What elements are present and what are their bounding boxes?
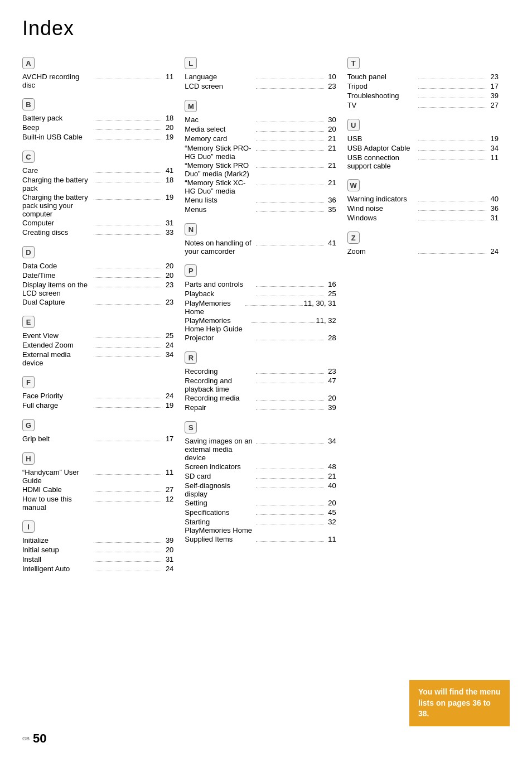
entry-text: Install xyxy=(22,555,93,563)
section-header-a: A xyxy=(22,57,35,69)
index-entry: Dual Capture23 xyxy=(22,298,173,307)
index-entry: Creating discs33 xyxy=(22,228,173,237)
column-0: AAVCHD recording disc11BBattery pack18Be… xyxy=(22,57,185,582)
index-entry: Initial setup20 xyxy=(22,546,173,555)
entry-dots xyxy=(256,150,324,151)
entry-dots xyxy=(418,210,486,211)
entry-dots xyxy=(94,234,162,235)
index-entry: SD card21 xyxy=(185,472,336,481)
entry-dots xyxy=(418,220,486,220)
section-header-m: M xyxy=(185,100,197,112)
entry-text: Dual Capture xyxy=(22,298,93,306)
entry-text: Face Priority xyxy=(22,392,93,400)
section-header-h: H xyxy=(22,452,35,465)
entry-page: 47 xyxy=(325,377,336,385)
section-w: WWarning indicators40Wind noise36Windows… xyxy=(347,179,499,223)
index-entry: Battery pack18 xyxy=(22,114,173,123)
entry-text: PlayMemories Home xyxy=(185,299,244,316)
entry-dots xyxy=(94,347,162,348)
entry-text: Charging the battery pack xyxy=(22,176,93,192)
entry-dots xyxy=(418,88,486,89)
index-entry: LCD screen23 xyxy=(185,82,336,91)
entry-page: 18 xyxy=(162,114,173,122)
entry-page: 24 xyxy=(487,247,499,255)
section-g: GGrip belt17 xyxy=(22,419,173,443)
entry-dots xyxy=(256,141,324,141)
entry-dots xyxy=(94,571,162,571)
entry-dots xyxy=(94,337,162,338)
entry-page: 34 xyxy=(162,350,173,359)
index-entry: “Memory Stick PRO Duo” media (Mark2)21 xyxy=(185,161,336,178)
index-entry: Event View25 xyxy=(22,331,173,340)
entry-page: 20 xyxy=(325,499,336,507)
entry-dots xyxy=(418,150,486,151)
entry-dots xyxy=(94,491,162,492)
entry-page: 39 xyxy=(325,403,336,412)
entry-page: 21 xyxy=(325,144,336,152)
index-entry: Recording media20 xyxy=(185,394,336,403)
index-entry: Zoom24 xyxy=(347,247,499,256)
entry-text: Care xyxy=(22,166,93,175)
entry-text: Tripod xyxy=(347,82,418,90)
entry-dots xyxy=(256,286,324,287)
index-entry: Charging the battery pack18 xyxy=(22,176,173,192)
section-header-i: I xyxy=(22,520,35,533)
index-entry: Screen indicators48 xyxy=(185,462,336,471)
entry-text: SD card xyxy=(185,472,255,480)
entry-text: Beep xyxy=(22,123,93,132)
entry-dots xyxy=(94,287,162,287)
entry-text: USB Adaptor Cable xyxy=(347,144,418,152)
index-entry: Charging the battery pack using your com… xyxy=(22,193,173,218)
index-entry: Windows31 xyxy=(347,214,499,223)
section-a: AAVCHD recording disc11 xyxy=(22,57,173,89)
entry-text: Starting PlayMemories Home xyxy=(185,518,255,534)
entry-text: Memory card xyxy=(185,134,255,143)
entry-dots xyxy=(256,383,324,383)
entry-page: 23 xyxy=(162,298,173,306)
entry-text: Extended Zoom xyxy=(22,341,93,349)
entry-dots xyxy=(256,296,324,296)
index-entry: External media device34 xyxy=(22,350,173,367)
entry-page: 20 xyxy=(162,262,173,270)
section-c: CCare41Charging the battery pack18Chargi… xyxy=(22,151,173,237)
index-entry: Troubleshooting39 xyxy=(347,91,499,100)
section-s: SSaving images on an external media devi… xyxy=(185,421,336,544)
index-entry: Initialize39 xyxy=(22,536,173,545)
entry-page: 34 xyxy=(325,437,336,445)
entry-page: 20 xyxy=(162,271,173,279)
entry-dots xyxy=(418,141,486,141)
index-entry: Notes on handling of your camcorder41 xyxy=(185,239,336,255)
index-entry: Tripod17 xyxy=(347,82,499,91)
entry-dots xyxy=(256,469,324,469)
section-header-e: E xyxy=(22,316,35,328)
entry-page: 24 xyxy=(162,565,173,573)
entry-text: Data Code xyxy=(22,262,93,270)
entry-text: Zoom xyxy=(347,247,418,255)
entry-dots xyxy=(418,107,486,108)
index-entry: “Memory Stick XC-HG Duo” media21 xyxy=(185,179,336,195)
entry-text: AVCHD recording disc xyxy=(22,73,93,89)
entry-text: Full charge xyxy=(22,401,93,409)
entry-dots xyxy=(94,79,162,79)
index-entry: Menu lists36 xyxy=(185,196,336,205)
entry-dots xyxy=(256,443,324,443)
entry-dots xyxy=(256,514,324,515)
entry-page: 31 xyxy=(162,219,173,227)
entry-page: 17 xyxy=(487,82,499,90)
footer-gb-label: GB xyxy=(22,736,30,741)
entry-text: Date/Time xyxy=(22,271,93,279)
entry-dots xyxy=(418,98,486,98)
entry-text: USB connection support cable xyxy=(347,153,418,170)
index-entry: Saving images on an external media devic… xyxy=(185,437,336,462)
entry-dots xyxy=(94,277,162,278)
index-entry: Care41 xyxy=(22,166,173,175)
section-header-p: P xyxy=(185,264,197,277)
section-header-c: C xyxy=(22,151,35,163)
index-entry: Date/Time20 xyxy=(22,271,173,280)
entry-page: 11, 30, 31 xyxy=(304,299,336,307)
entry-text: Saving images on an external media devic… xyxy=(185,437,255,462)
footer-page-number: 50 xyxy=(33,731,46,746)
entry-page: 40 xyxy=(487,195,499,203)
entry-text: Display items on the LCD screen xyxy=(22,281,93,297)
index-entry: Intelligent Auto24 xyxy=(22,565,173,573)
